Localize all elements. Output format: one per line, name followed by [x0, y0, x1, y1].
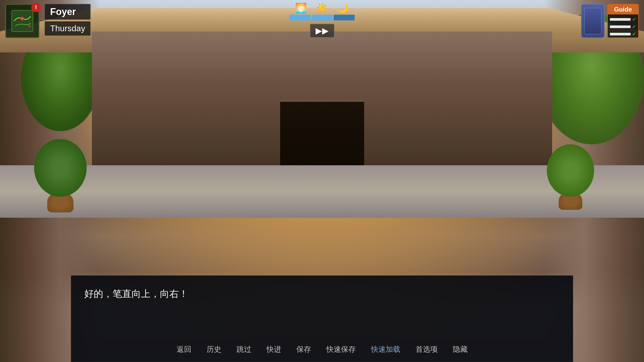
time-icons: 🌅 ☀️ 🌙: [291, 3, 354, 14]
time-bar-container: 🌅 ☀️ 🌙 ▶▶: [290, 3, 355, 38]
guide-line-bar-3: [610, 33, 631, 35]
map-icon: ✕: [11, 9, 34, 33]
plant-right: [544, 142, 597, 210]
map-badge: !: [31, 3, 41, 12]
guide-line-3: ✔: [610, 31, 636, 37]
btn-preferences[interactable]: 首选项: [415, 342, 439, 356]
phone-screen: [584, 8, 601, 34]
sun-icon: ☀️: [312, 3, 333, 14]
dialogue-text: 好的，笔直向上，向右！: [71, 276, 573, 307]
map-button[interactable]: ✕ !: [5, 4, 39, 38]
location-info: Foyer Thursday: [45, 4, 91, 36]
time-segments: [290, 15, 355, 20]
svg-text:✕: ✕: [28, 24, 32, 29]
guide-line-2: ✔: [610, 24, 636, 30]
btn-quick-save[interactable]: 快速保存: [325, 342, 357, 356]
phone-button[interactable]: [581, 4, 605, 38]
guide-line-bar-1: [610, 18, 631, 21]
guide-lines: ✔ ✔ ✔: [608, 14, 638, 38]
guide-button[interactable]: Guide ✔ ✔ ✔: [607, 4, 639, 38]
svg-point-2: [21, 18, 23, 19]
guide-line-1: ✔: [610, 17, 636, 22]
btn-save[interactable]: 保存: [295, 342, 312, 356]
dawn-icon: 🌅: [291, 3, 312, 14]
guide-check-2: ✔: [632, 24, 636, 30]
guide-check-3: ✔: [632, 31, 636, 37]
guide-check-1: ✔: [632, 17, 636, 22]
moon-icon: 🌙: [333, 3, 354, 14]
guide-line-bar-2: [610, 25, 631, 28]
time-segment-3: [334, 15, 355, 20]
time-segment-2: [312, 15, 333, 20]
btn-quick-load[interactable]: 快速加载: [370, 342, 401, 356]
fast-forward-button[interactable]: ▶▶: [310, 24, 334, 38]
location-name[interactable]: Foyer: [45, 4, 91, 20]
btn-skip[interactable]: 跳过: [235, 342, 252, 356]
btn-return[interactable]: 返回: [176, 342, 192, 356]
btn-fast-forward[interactable]: 快进: [265, 342, 282, 356]
time-segment-1: [290, 15, 311, 20]
guide-header: Guide: [608, 4, 638, 14]
btn-hide[interactable]: 隐藏: [452, 342, 469, 356]
dialogue-box[interactable]: 好的，笔直向上，向右！ 返回 历史 跳过 快进 保存 快速保存 快速加载 首选项…: [71, 275, 573, 362]
btn-history[interactable]: 历史: [206, 342, 222, 356]
guide-area: Guide ✔ ✔ ✔: [581, 4, 639, 38]
plant-left: [32, 139, 89, 212]
dialogue-buttons: 返回 历史 跳过 快进 保存 快速保存 快速加载 首选项 隐藏: [71, 342, 573, 356]
day-name: Thursday: [45, 21, 91, 36]
